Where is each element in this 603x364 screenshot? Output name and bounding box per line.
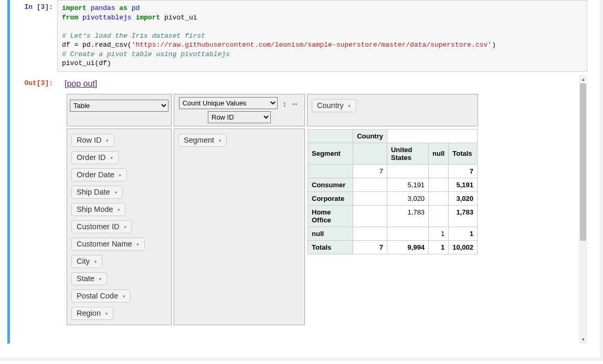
scroll-up-icon[interactable]: ▴ (579, 75, 587, 83)
output-prompt: Out[3]: (10, 72, 57, 344)
data-cell (353, 178, 387, 191)
caret-icon: ▼ (122, 294, 126, 299)
data-cell (353, 227, 387, 240)
scroll-down-icon[interactable]: ▾ (579, 335, 587, 344)
rows-dropzone[interactable]: Segment ▼ (174, 129, 305, 325)
unused-field-pill[interactable]: Customer Name ▼ (71, 238, 145, 251)
row-header (308, 164, 353, 178)
pill-label: Customer Name (77, 240, 132, 248)
caret-icon: ▼ (114, 190, 118, 195)
data-cell: 1 (429, 227, 449, 240)
row-header: null (308, 227, 353, 240)
data-cell: 3,020 (387, 191, 428, 205)
caret-icon: ▼ (218, 138, 222, 143)
unused-field-pill[interactable]: Postal Code ▼ (71, 290, 131, 303)
caret-icon: ▼ (347, 104, 352, 109)
col-field-pill[interactable]: Country ▼ (312, 99, 356, 112)
pill-label: City (77, 257, 90, 265)
data-cell: 1,783 (387, 205, 428, 227)
row-header: Consumer (308, 178, 353, 191)
caret-icon: ▼ (110, 156, 114, 160)
pill-label: Segment (184, 136, 214, 144)
unused-field-pill[interactable]: Order ID ▼ (71, 151, 119, 164)
pill-label: State (77, 274, 94, 283)
pivot-layout: Table Count Unique Values ↕ ↔ (65, 92, 480, 327)
scroll-thumb[interactable] (580, 83, 586, 241)
data-cell (387, 227, 428, 240)
caret-icon: ▼ (98, 277, 102, 282)
row-header: Corporate (308, 191, 353, 205)
unused-field-pill[interactable]: City ▼ (71, 255, 102, 268)
totals-label: Totals (308, 240, 353, 254)
pill-label: Row ID (77, 136, 102, 144)
caret-icon: ▼ (104, 312, 109, 316)
aggregator-attr-select[interactable]: Row ID (208, 111, 271, 123)
data-cell (429, 191, 449, 205)
row-total-cell: 7 (449, 164, 478, 178)
pill-label: Order ID (77, 153, 106, 162)
data-cell (429, 205, 449, 227)
unused-field-pill[interactable]: Row ID ▼ (71, 134, 114, 147)
data-cell: 7 (353, 164, 387, 178)
row-total-cell: 1 (449, 227, 478, 240)
pill-label: Country (317, 101, 344, 110)
output-cell: Out[3]: [pop out] Table (7, 72, 587, 344)
caret-icon: ▼ (123, 225, 127, 230)
pill-label: Order Date (77, 170, 114, 179)
row-total-cell: 5,191 (449, 178, 478, 191)
unused-fields-dropzone[interactable]: Row ID ▼Order ID ▼Order Date ▼Ship Date … (67, 129, 172, 325)
input-cell: In [3]: import pandas as pd from pivotta… (7, 0, 587, 72)
unused-field-pill[interactable]: Ship Mode ▼ (71, 203, 125, 216)
popout-link[interactable]: [pop out] (65, 79, 97, 89)
data-cell (429, 178, 449, 191)
row-total-cell: 1,783 (449, 205, 478, 227)
pill-label: Ship Mode (77, 205, 113, 213)
empty-header (387, 129, 477, 143)
caret-icon: ▼ (105, 138, 110, 143)
caret-icon: ▼ (93, 260, 98, 264)
pivot-result-table: Country Segment United States null Total… (308, 129, 478, 254)
caret-icon: ▼ (118, 173, 122, 178)
unused-field-pill[interactable]: Region ▼ (71, 307, 113, 320)
aggregator-select[interactable]: Count Unique Values (179, 97, 278, 109)
empty-corner (308, 129, 353, 143)
unused-field-pill[interactable]: Order Date ▼ (71, 168, 127, 181)
data-cell (429, 164, 449, 178)
output-area: [pop out] Table Count Unique Values (57, 75, 587, 344)
blank-intersection (353, 143, 387, 164)
renderer-select[interactable]: Table (70, 100, 168, 112)
row-total-cell: 3,020 (449, 191, 478, 205)
col-header: United States (387, 143, 428, 164)
caret-icon: ▼ (117, 208, 121, 212)
data-cell (353, 205, 387, 227)
pill-label: Region (77, 309, 101, 317)
row-header: Home Office (308, 205, 353, 227)
unused-field-pill[interactable]: State ▼ (71, 272, 107, 285)
pill-label: Ship Date (77, 188, 110, 196)
totals-empty-col: 7 (353, 240, 387, 254)
row-field-pill[interactable]: Segment ▼ (178, 134, 227, 147)
col-header: null (429, 143, 449, 164)
totals-cell: 9,994 (387, 240, 428, 254)
data-cell (387, 164, 428, 178)
caret-icon: ▼ (136, 242, 140, 247)
data-cell (353, 191, 387, 205)
totals-cell: 10,002 (449, 240, 478, 254)
sort-row-icon[interactable]: ↕ (282, 99, 288, 108)
totals-cell: 1 (429, 240, 449, 254)
unused-field-pill[interactable]: Customer ID ▼ (71, 220, 132, 233)
pill-label: Postal Code (77, 292, 118, 300)
cols-dropzone[interactable]: Country ▼ (307, 94, 478, 126)
sort-col-icon[interactable]: ↔ (290, 99, 300, 108)
col-header: Totals (449, 143, 478, 164)
unused-field-pill[interactable]: Ship Date ▼ (71, 186, 123, 199)
col-axis-label: Country (353, 129, 387, 143)
pill-label: Customer ID (77, 222, 119, 231)
row-axis-label: Segment (308, 143, 353, 164)
data-cell: 5,191 (387, 178, 428, 191)
code-editor[interactable]: import pandas as pd from pivottablejs im… (57, 0, 587, 72)
input-prompt: In [3]: (10, 0, 57, 72)
output-scrollbar[interactable]: ▴ ▾ (579, 75, 587, 344)
